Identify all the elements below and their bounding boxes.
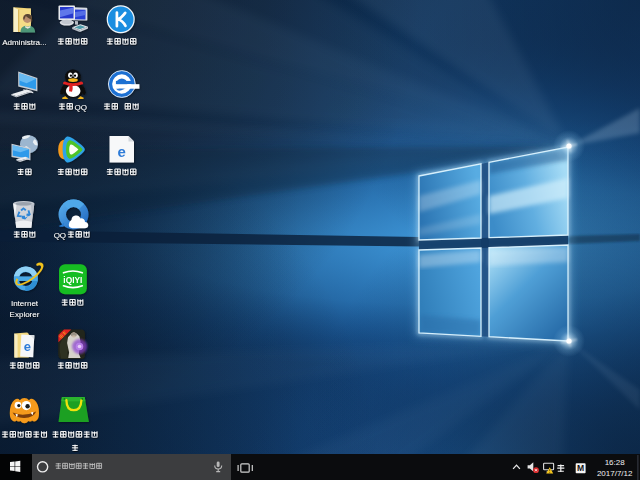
svg-text:e: e: [118, 143, 126, 160]
svg-text:Administra...: Administra...: [2, 38, 46, 47]
svg-text:2017/7/12: 2017/7/12: [597, 469, 633, 478]
svg-text:QQ: QQ: [75, 103, 87, 112]
svg-text:iQIYI: iQIYI: [63, 275, 82, 285]
svg-text:QQ: QQ: [54, 231, 66, 240]
svg-text:Internet: Internet: [11, 299, 39, 308]
svg-text:Explorer: Explorer: [10, 310, 40, 319]
svg-text:M: M: [577, 463, 584, 473]
svg-text:16:28: 16:28: [605, 458, 626, 467]
svg-text:e: e: [24, 339, 31, 354]
